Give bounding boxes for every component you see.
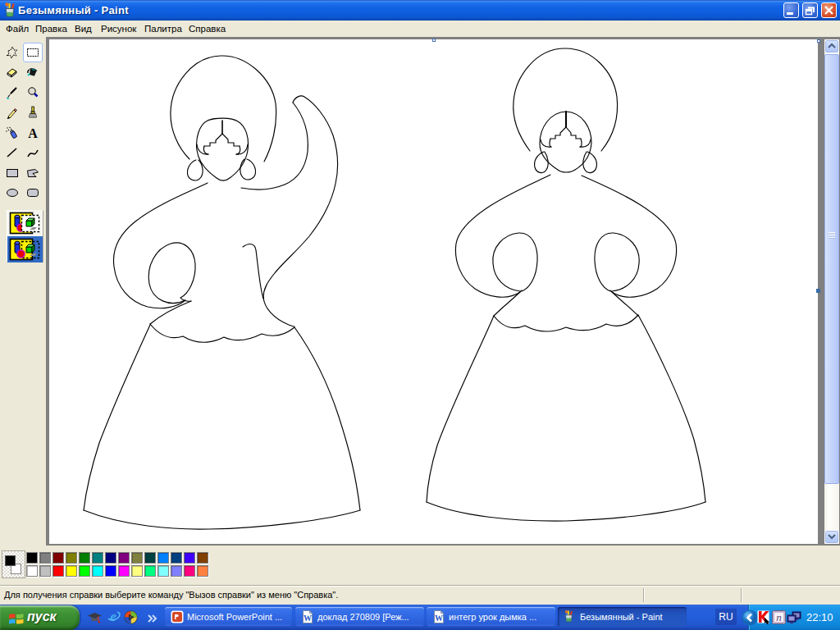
svg-text:W: W [304,614,312,623]
svg-text:W: W [435,614,443,623]
svg-text:e: e [110,609,116,623]
svg-text:A: A [28,126,38,139]
svg-text:n: n [776,611,782,623]
